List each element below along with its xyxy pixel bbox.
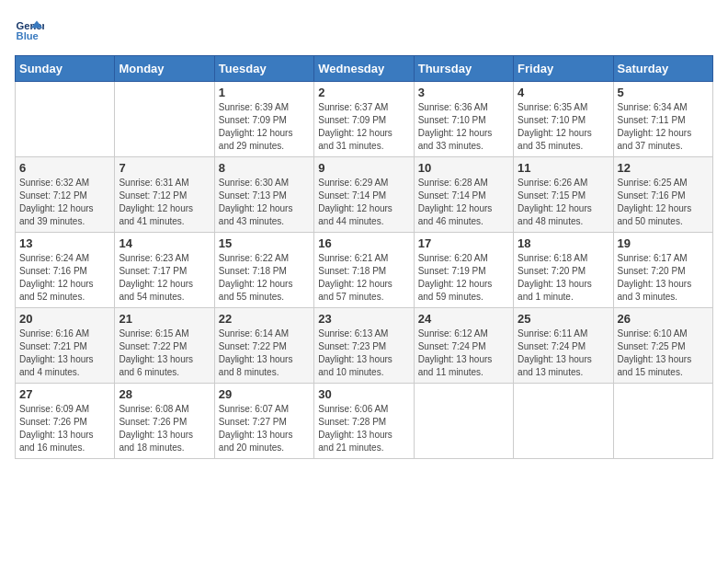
svg-text:Blue: Blue xyxy=(17,30,39,41)
calendar-cell: 5Sunrise: 6:34 AMSunset: 7:11 PMDaylight… xyxy=(613,82,712,157)
calendar-cell: 14Sunrise: 6:23 AMSunset: 7:17 PMDayligh… xyxy=(115,233,214,308)
calendar-cell: 4Sunrise: 6:35 AMSunset: 7:10 PMDaylight… xyxy=(514,82,613,157)
calendar-week-row: 27Sunrise: 6:09 AMSunset: 7:26 PMDayligh… xyxy=(16,384,713,459)
calendar-cell: 10Sunrise: 6:28 AMSunset: 7:14 PMDayligh… xyxy=(414,157,513,233)
day-info: Sunrise: 6:09 AMSunset: 7:26 PMDaylight:… xyxy=(19,403,110,454)
calendar-cell xyxy=(16,82,115,157)
day-info: Sunrise: 6:28 AMSunset: 7:14 PMDaylight:… xyxy=(418,177,509,228)
day-info: Sunrise: 6:06 AMSunset: 7:28 PMDaylight:… xyxy=(318,403,409,454)
day-number: 19 xyxy=(618,236,709,250)
day-info: Sunrise: 6:16 AMSunset: 7:21 PMDaylight:… xyxy=(19,327,110,379)
day-info: Sunrise: 6:14 AMSunset: 7:22 PMDaylight:… xyxy=(219,327,310,379)
day-info: Sunrise: 6:25 AMSunset: 7:16 PMDaylight:… xyxy=(618,177,709,228)
calendar-cell xyxy=(514,384,613,459)
day-number: 12 xyxy=(618,161,709,175)
day-info: Sunrise: 6:37 AMSunset: 7:09 PMDaylight:… xyxy=(318,101,409,153)
day-number: 6 xyxy=(19,161,110,175)
day-info: Sunrise: 6:36 AMSunset: 7:10 PMDaylight:… xyxy=(418,101,509,153)
logo: General Blue xyxy=(15,15,44,44)
day-number: 3 xyxy=(418,86,509,99)
calendar-cell xyxy=(414,384,513,459)
calendar-week-row: 6Sunrise: 6:32 AMSunset: 7:12 PMDaylight… xyxy=(16,157,713,233)
calendar-cell: 8Sunrise: 6:30 AMSunset: 7:13 PMDaylight… xyxy=(214,157,313,233)
day-number: 29 xyxy=(219,387,310,401)
day-number: 25 xyxy=(518,312,609,326)
day-number: 11 xyxy=(518,161,609,175)
day-number: 28 xyxy=(119,387,210,401)
weekday-header-cell: Wednesday xyxy=(314,56,414,82)
calendar-cell: 30Sunrise: 6:06 AMSunset: 7:28 PMDayligh… xyxy=(314,384,414,459)
day-number: 18 xyxy=(518,236,609,250)
calendar-cell: 7Sunrise: 6:31 AMSunset: 7:12 PMDaylight… xyxy=(115,157,214,233)
day-number: 4 xyxy=(518,86,609,99)
day-info: Sunrise: 6:32 AMSunset: 7:12 PMDaylight:… xyxy=(19,177,110,228)
day-info: Sunrise: 6:23 AMSunset: 7:17 PMDaylight:… xyxy=(119,252,210,304)
day-info: Sunrise: 6:08 AMSunset: 7:26 PMDaylight:… xyxy=(119,403,210,454)
day-number: 7 xyxy=(119,161,210,175)
day-number: 15 xyxy=(219,236,310,250)
day-info: Sunrise: 6:29 AMSunset: 7:14 PMDaylight:… xyxy=(318,177,409,228)
weekday-header-cell: Monday xyxy=(115,56,214,82)
calendar-cell: 22Sunrise: 6:14 AMSunset: 7:22 PMDayligh… xyxy=(214,308,313,384)
calendar-cell: 17Sunrise: 6:20 AMSunset: 7:19 PMDayligh… xyxy=(414,233,513,308)
page-header: General Blue xyxy=(15,15,713,44)
weekday-header-cell: Friday xyxy=(514,56,613,82)
calendar-cell: 24Sunrise: 6:12 AMSunset: 7:24 PMDayligh… xyxy=(414,308,513,384)
day-info: Sunrise: 6:22 AMSunset: 7:18 PMDaylight:… xyxy=(219,252,310,304)
calendar-cell xyxy=(115,82,214,157)
calendar-cell xyxy=(613,384,712,459)
day-number: 22 xyxy=(219,312,310,326)
logo-icon: General Blue xyxy=(15,15,44,44)
weekday-header-cell: Thursday xyxy=(414,56,513,82)
day-info: Sunrise: 6:26 AMSunset: 7:15 PMDaylight:… xyxy=(518,177,609,228)
calendar-cell: 27Sunrise: 6:09 AMSunset: 7:26 PMDayligh… xyxy=(16,384,115,459)
day-number: 21 xyxy=(119,312,210,326)
day-info: Sunrise: 6:11 AMSunset: 7:24 PMDaylight:… xyxy=(518,327,609,379)
calendar-week-row: 1Sunrise: 6:39 AMSunset: 7:09 PMDaylight… xyxy=(16,82,713,157)
calendar-cell: 3Sunrise: 6:36 AMSunset: 7:10 PMDaylight… xyxy=(414,82,513,157)
calendar-week-row: 20Sunrise: 6:16 AMSunset: 7:21 PMDayligh… xyxy=(16,308,713,384)
day-info: Sunrise: 6:34 AMSunset: 7:11 PMDaylight:… xyxy=(618,101,709,153)
day-number: 24 xyxy=(418,312,509,326)
day-info: Sunrise: 6:20 AMSunset: 7:19 PMDaylight:… xyxy=(418,252,509,304)
calendar-cell: 11Sunrise: 6:26 AMSunset: 7:15 PMDayligh… xyxy=(514,157,613,233)
weekday-header-cell: Saturday xyxy=(613,56,712,82)
day-number: 8 xyxy=(219,161,310,175)
calendar-cell: 13Sunrise: 6:24 AMSunset: 7:16 PMDayligh… xyxy=(16,233,115,308)
calendar-cell: 15Sunrise: 6:22 AMSunset: 7:18 PMDayligh… xyxy=(214,233,313,308)
weekday-header-row: SundayMondayTuesdayWednesdayThursdayFrid… xyxy=(16,56,713,82)
day-info: Sunrise: 6:21 AMSunset: 7:18 PMDaylight:… xyxy=(318,252,409,304)
day-info: Sunrise: 6:18 AMSunset: 7:20 PMDaylight:… xyxy=(518,252,609,304)
calendar-cell: 16Sunrise: 6:21 AMSunset: 7:18 PMDayligh… xyxy=(314,233,414,308)
calendar-cell: 21Sunrise: 6:15 AMSunset: 7:22 PMDayligh… xyxy=(115,308,214,384)
day-info: Sunrise: 6:15 AMSunset: 7:22 PMDaylight:… xyxy=(119,327,210,379)
day-number: 13 xyxy=(19,236,110,250)
calendar-cell: 29Sunrise: 6:07 AMSunset: 7:27 PMDayligh… xyxy=(214,384,313,459)
calendar-cell: 20Sunrise: 6:16 AMSunset: 7:21 PMDayligh… xyxy=(16,308,115,384)
day-number: 2 xyxy=(318,86,409,99)
day-number: 14 xyxy=(119,236,210,250)
day-info: Sunrise: 6:17 AMSunset: 7:20 PMDaylight:… xyxy=(618,252,709,304)
day-info: Sunrise: 6:39 AMSunset: 7:09 PMDaylight:… xyxy=(219,101,310,153)
day-info: Sunrise: 6:30 AMSunset: 7:13 PMDaylight:… xyxy=(219,177,310,228)
calendar-cell: 25Sunrise: 6:11 AMSunset: 7:24 PMDayligh… xyxy=(514,308,613,384)
weekday-header-cell: Tuesday xyxy=(214,56,313,82)
day-number: 16 xyxy=(318,236,409,250)
day-number: 5 xyxy=(618,86,709,99)
day-number: 30 xyxy=(318,387,409,401)
day-info: Sunrise: 6:35 AMSunset: 7:10 PMDaylight:… xyxy=(518,101,609,153)
calendar-cell: 18Sunrise: 6:18 AMSunset: 7:20 PMDayligh… xyxy=(514,233,613,308)
day-number: 9 xyxy=(318,161,409,175)
day-number: 17 xyxy=(418,236,509,250)
calendar-cell: 23Sunrise: 6:13 AMSunset: 7:23 PMDayligh… xyxy=(314,308,414,384)
day-info: Sunrise: 6:10 AMSunset: 7:25 PMDaylight:… xyxy=(618,327,709,379)
calendar-cell: 28Sunrise: 6:08 AMSunset: 7:26 PMDayligh… xyxy=(115,384,214,459)
day-number: 27 xyxy=(19,387,110,401)
calendar-week-row: 13Sunrise: 6:24 AMSunset: 7:16 PMDayligh… xyxy=(16,233,713,308)
calendar-cell: 2Sunrise: 6:37 AMSunset: 7:09 PMDaylight… xyxy=(314,82,414,157)
calendar-cell: 9Sunrise: 6:29 AMSunset: 7:14 PMDaylight… xyxy=(314,157,414,233)
day-info: Sunrise: 6:13 AMSunset: 7:23 PMDaylight:… xyxy=(318,327,409,379)
calendar-body: 1Sunrise: 6:39 AMSunset: 7:09 PMDaylight… xyxy=(16,82,713,459)
day-number: 23 xyxy=(318,312,409,326)
day-info: Sunrise: 6:12 AMSunset: 7:24 PMDaylight:… xyxy=(418,327,509,379)
